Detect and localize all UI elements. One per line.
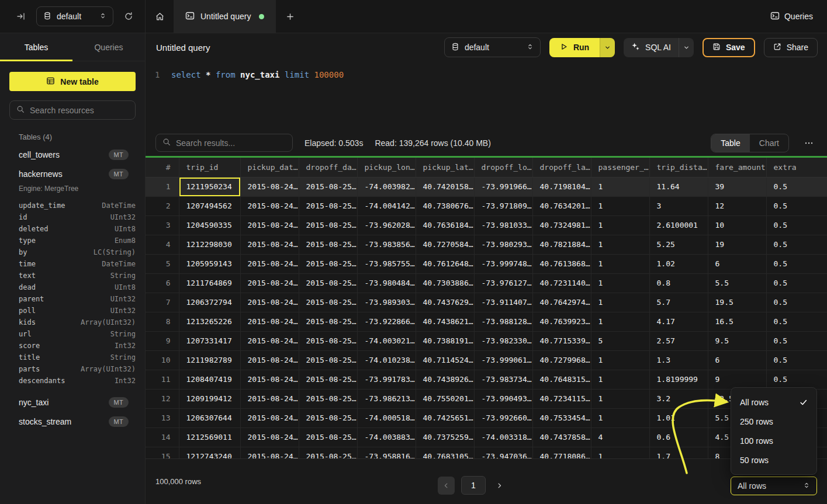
table-row[interactable]: 912073314172015-08-24…2015-08-25…-74.003… (146, 331, 827, 350)
data-cell[interactable]: 1.8199999 (649, 370, 708, 389)
column-header[interactable]: passenger_… (591, 158, 649, 177)
row-number-cell[interactable]: 8 (146, 312, 179, 331)
data-cell[interactable]: -74.004142… (357, 196, 416, 215)
data-cell[interactable]: 2015-08-25… (299, 293, 357, 312)
new-table-button[interactable]: New table (9, 72, 136, 91)
data-cell[interactable]: 1.02 (649, 254, 708, 273)
schema-column[interactable]: deadUInt8 (0, 281, 145, 293)
data-cell[interactable]: -74.003318… (474, 427, 532, 447)
data-cell[interactable]: -73.982330… (474, 331, 532, 350)
data-cell[interactable]: -73.989303… (357, 293, 416, 312)
data-cell[interactable]: 1 (591, 370, 649, 389)
data-cell[interactable]: -73.922866… (357, 312, 416, 331)
data-cell[interactable]: 2015-08-24… (240, 408, 299, 427)
data-cell[interactable]: 2015-08-25… (299, 254, 357, 273)
data-cell[interactable]: 0.5 (766, 312, 827, 331)
data-cell[interactable]: 40.7438926… (416, 370, 474, 389)
column-header[interactable]: pickup_lat… (416, 158, 474, 177)
data-cell[interactable]: -73.991966… (474, 177, 532, 196)
data-cell[interactable]: -73.980293… (474, 235, 532, 254)
data-cell[interactable]: 1 (591, 408, 649, 427)
data-cell[interactable]: 2015-08-24… (240, 447, 299, 458)
data-cell[interactable]: -73.985755… (357, 254, 416, 273)
data-cell[interactable]: 2015-08-24… (240, 196, 299, 215)
data-cell[interactable]: 2015-08-24… (240, 350, 299, 370)
data-cell[interactable]: 40.7425651… (416, 408, 474, 427)
column-header[interactable]: dropoff_lo… (474, 158, 532, 177)
data-cell[interactable]: 1 (591, 389, 649, 408)
row-number-cell[interactable]: 5 (146, 254, 179, 273)
table-row[interactable]: 812132652262015-08-24…2015-08-25…-73.922… (146, 312, 827, 331)
data-cell[interactable]: 1206307644 (179, 408, 240, 427)
sidebar-item-hackernews[interactable]: hackernews MT (0, 164, 145, 183)
data-cell[interactable]: 1 (591, 177, 649, 196)
data-cell[interactable]: 40.7718086… (532, 447, 591, 458)
data-cell[interactable]: 3 (649, 196, 708, 215)
schema-column[interactable]: descendantsInt32 (0, 375, 145, 387)
data-cell[interactable]: 0.5 (766, 331, 827, 350)
data-cell[interactable]: 0.5 (766, 215, 827, 235)
data-cell[interactable]: 2015-08-25… (299, 196, 357, 215)
data-cell[interactable]: 0.5 (766, 196, 827, 215)
data-cell[interactable]: 2015-08-25… (299, 350, 357, 370)
data-cell[interactable]: 16.5 (708, 312, 766, 331)
data-cell[interactable]: 2015-08-24… (240, 177, 299, 196)
data-cell[interactable]: 40.7613868… (532, 254, 591, 273)
column-header[interactable]: pickup_lon… (357, 158, 416, 177)
data-cell[interactable]: 40.7550201… (416, 389, 474, 408)
row-number-cell[interactable]: 14 (146, 427, 179, 447)
row-number-cell[interactable]: 9 (146, 331, 179, 350)
row-number-cell[interactable]: 12 (146, 389, 179, 408)
data-cell[interactable]: 2015-08-25… (299, 235, 357, 254)
data-cell[interactable]: 40.7437858… (532, 427, 591, 447)
save-button[interactable]: Save (703, 38, 755, 57)
schema-column[interactable]: textString (0, 270, 145, 281)
row-number-cell[interactable]: 13 (146, 408, 179, 427)
data-cell[interactable]: 2015-08-24… (240, 331, 299, 350)
schema-column[interactable]: idUInt32 (0, 211, 145, 223)
data-cell[interactable]: 1.7 (649, 447, 708, 458)
data-cell[interactable]: 40.7715339… (532, 331, 591, 350)
data-cell[interactable]: 1206372794 (179, 293, 240, 312)
data-cell[interactable]: 5.25 (649, 235, 708, 254)
refresh-icon[interactable] (120, 8, 137, 25)
resource-search-input[interactable] (30, 106, 136, 115)
row-number-cell[interactable]: 6 (146, 273, 179, 293)
data-cell[interactable]: 39 (708, 177, 766, 196)
sidebar-item-stocks-stream[interactable]: stocks_stream MT (0, 412, 145, 431)
data-cell[interactable]: 2015-08-24… (240, 215, 299, 235)
collapse-sidebar-icon[interactable] (13, 8, 29, 25)
data-cell[interactable]: 40.7279968… (532, 350, 591, 370)
data-cell[interactable]: 40.7648315… (532, 370, 591, 389)
data-cell[interactable]: -73.981033… (474, 215, 532, 235)
data-cell[interactable]: 5 (591, 331, 649, 350)
data-cell[interactable]: 1211982789 (179, 350, 240, 370)
data-cell[interactable]: 40.7636184… (416, 215, 474, 235)
data-cell[interactable]: -73.986213… (357, 389, 416, 408)
schema-column[interactable]: scoreInt32 (0, 340, 145, 352)
data-cell[interactable]: -73.958816… (357, 447, 416, 458)
data-cell[interactable]: 0.6 (649, 427, 708, 447)
row-number-cell[interactable]: 11 (146, 370, 179, 389)
data-cell[interactable]: -73.911407… (474, 293, 532, 312)
page-size-option[interactable]: All rows (731, 392, 816, 412)
data-cell[interactable]: 2015-08-25… (299, 312, 357, 331)
data-cell[interactable]: 4.17 (649, 312, 708, 331)
data-cell[interactable]: 2015-08-25… (299, 177, 357, 196)
column-header[interactable]: dropoff_la… (532, 158, 591, 177)
run-options-chevron[interactable] (600, 38, 615, 57)
column-header[interactable]: dropoff_da… (299, 158, 357, 177)
data-cell[interactable]: 12 (708, 196, 766, 215)
database-selector-topbar[interactable]: default (36, 6, 113, 26)
data-cell[interactable]: 40.7683105… (416, 447, 474, 458)
new-tab-plus-icon[interactable] (276, 0, 304, 33)
tab-untitled-query[interactable]: Untitled query (174, 0, 276, 33)
table-row[interactable]: 712063727942015-08-24…2015-08-25…-73.989… (146, 293, 827, 312)
data-cell[interactable]: 2015-08-25… (299, 447, 357, 458)
data-cell[interactable]: 2015-08-25… (299, 215, 357, 235)
data-cell[interactable]: 1 (591, 235, 649, 254)
data-cell[interactable]: 1212569011 (179, 427, 240, 447)
data-cell[interactable]: 2015-08-25… (299, 273, 357, 293)
database-selector-query[interactable]: default (444, 37, 541, 57)
table-row[interactable]: 1112084074192015-08-24…2015-08-25…-73.99… (146, 370, 827, 389)
